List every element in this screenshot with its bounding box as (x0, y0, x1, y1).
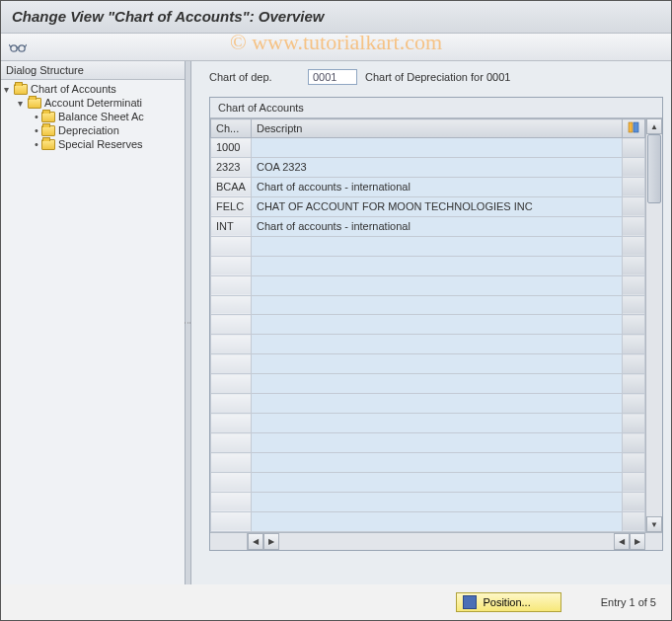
cell-code[interactable]: 1000 (211, 138, 252, 158)
cell-select[interactable] (623, 414, 645, 433)
cell-select[interactable] (623, 138, 645, 158)
horizontal-scrollbar[interactable]: ◀ ▶ ◀ ▶ (210, 532, 662, 550)
cell-code[interactable] (211, 394, 252, 414)
cell-desc[interactable]: CHAT OF ACCOUNT FOR MOON TECHNOLOGIES IN… (251, 196, 622, 216)
cell-code[interactable] (211, 335, 252, 354)
cell-code[interactable] (211, 256, 252, 275)
table-row[interactable] (211, 275, 645, 295)
cell-select[interactable] (623, 394, 645, 414)
table-row[interactable] (211, 256, 645, 275)
tree-item-depreciation[interactable]: • Depreciation (0, 123, 185, 137)
cell-select[interactable] (623, 236, 645, 256)
cell-select[interactable] (623, 374, 645, 394)
table-row[interactable]: 2323COA 2323 (211, 157, 645, 177)
cell-code[interactable] (211, 453, 252, 473)
table-row[interactable] (211, 335, 645, 354)
table-row[interactable] (211, 511, 645, 531)
cell-select[interactable] (623, 335, 645, 354)
cell-select[interactable] (623, 256, 645, 275)
table-row[interactable] (211, 354, 645, 374)
cell-code[interactable] (211, 374, 252, 394)
scroll-up-icon[interactable]: ▲ (646, 118, 662, 134)
vertical-scrollbar[interactable]: ▲ ▼ (645, 118, 662, 532)
scroll-left-icon[interactable]: ◀ (248, 533, 263, 550)
cell-desc[interactable] (251, 256, 622, 275)
chart-of-dep-input[interactable] (308, 69, 357, 85)
tree-toggle-icon[interactable]: ▾ (4, 84, 14, 95)
cell-select[interactable] (623, 196, 645, 216)
table-row[interactable] (211, 433, 645, 453)
cell-select[interactable] (623, 157, 645, 177)
cell-select[interactable] (623, 275, 645, 295)
cell-desc[interactable] (251, 374, 622, 394)
scroll-track[interactable] (646, 134, 662, 516)
cell-desc[interactable]: Chart of accounts - international (251, 177, 622, 196)
table-row[interactable] (211, 394, 645, 414)
table-row[interactable] (211, 472, 645, 492)
table-row[interactable] (211, 453, 645, 473)
col-header-code[interactable]: Ch... (211, 119, 252, 138)
cell-select[interactable] (623, 433, 645, 453)
cell-desc[interactable] (251, 394, 622, 414)
scroll-thumb[interactable] (647, 134, 661, 203)
cell-select[interactable] (623, 472, 645, 492)
table-row[interactable] (211, 492, 645, 511)
tree-item-account-determination[interactable]: ▾ Account Determinati (0, 96, 185, 110)
cell-desc[interactable] (251, 295, 622, 315)
cell-desc[interactable] (251, 453, 622, 473)
position-button[interactable]: Position... (456, 592, 560, 612)
cell-desc[interactable] (251, 414, 622, 433)
scroll-down-icon[interactable]: ▼ (646, 516, 662, 532)
cell-select[interactable] (623, 177, 645, 196)
cell-select[interactable] (623, 295, 645, 315)
cell-desc[interactable] (251, 335, 622, 354)
cell-desc[interactable] (251, 315, 622, 335)
cell-code[interactable] (211, 433, 252, 453)
cell-select[interactable] (623, 453, 645, 473)
table-row[interactable] (211, 374, 645, 394)
cell-code[interactable]: 2323 (211, 157, 252, 177)
tree-item-special-reserves[interactable]: • Special Reserves (0, 137, 185, 151)
cell-select[interactable] (623, 216, 645, 236)
table-row[interactable]: 1000 (211, 138, 645, 158)
cell-desc[interactable] (251, 492, 622, 511)
cell-desc[interactable] (251, 236, 622, 256)
table-row[interactable] (211, 315, 645, 335)
cell-desc[interactable] (251, 433, 622, 453)
scroll-right-icon[interactable]: ▶ (630, 533, 645, 550)
cell-code[interactable] (211, 315, 252, 335)
cell-code[interactable] (211, 354, 252, 374)
cell-desc[interactable] (251, 138, 622, 158)
table-row[interactable] (211, 295, 645, 315)
cell-code[interactable] (211, 295, 252, 315)
cell-desc[interactable]: COA 2323 (251, 157, 622, 177)
table-row[interactable] (211, 236, 645, 256)
cell-select[interactable] (623, 354, 645, 374)
cell-desc[interactable] (251, 511, 622, 531)
table-row[interactable] (211, 414, 645, 433)
col-header-desc[interactable]: Descriptn (251, 119, 622, 138)
scroll-left-icon[interactable]: ◀ (614, 533, 630, 550)
cell-code[interactable] (211, 414, 252, 433)
tree-item-chart-of-accounts[interactable]: ▾ Chart of Accounts (0, 82, 185, 96)
col-header-select[interactable] (623, 119, 645, 138)
glasses-icon[interactable] (8, 39, 28, 56)
table-row[interactable]: BCAAChart of accounts - international (211, 177, 645, 196)
cell-desc[interactable]: Chart of accounts - international (251, 216, 622, 236)
tree-toggle-icon[interactable]: ▾ (18, 98, 28, 109)
cell-code[interactable] (211, 511, 252, 531)
scroll-right-icon[interactable]: ▶ (263, 533, 279, 550)
cell-code[interactable] (211, 236, 252, 256)
table-row[interactable]: FELCCHAT OF ACCOUNT FOR MOON TECHNOLOGIE… (211, 196, 645, 216)
cell-code[interactable] (211, 472, 252, 492)
cell-select[interactable] (623, 315, 645, 335)
cell-desc[interactable] (251, 472, 622, 492)
cell-code[interactable] (211, 492, 252, 511)
cell-code[interactable] (211, 275, 252, 295)
tree-item-balance-sheet[interactable]: • Balance Sheet Ac (0, 110, 185, 123)
cell-desc[interactable] (251, 275, 622, 295)
cell-desc[interactable] (251, 354, 622, 374)
table-row[interactable]: INTChart of accounts - international (211, 216, 645, 236)
cell-code[interactable]: FELC (211, 196, 252, 216)
cell-code[interactable]: BCAA (211, 177, 252, 196)
